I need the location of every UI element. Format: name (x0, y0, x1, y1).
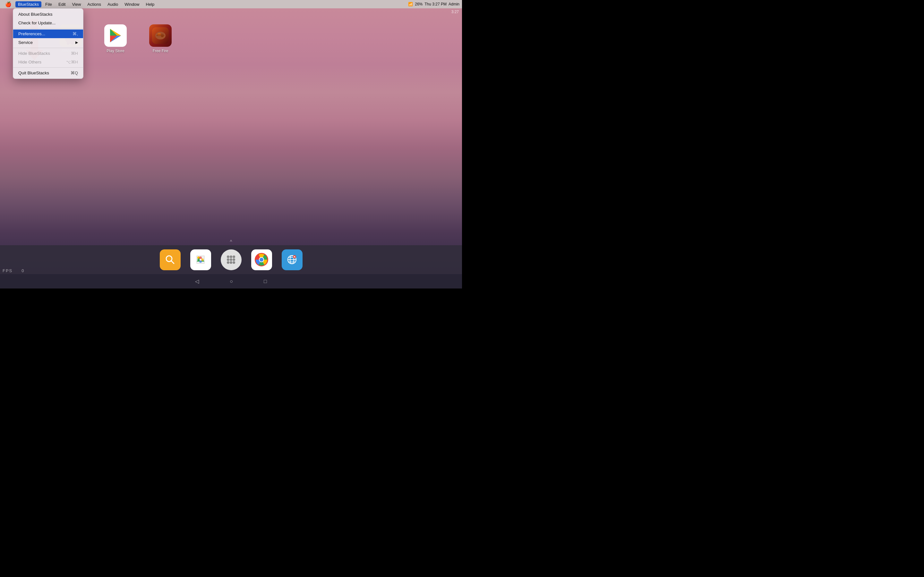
android-navbar: ◁ ○ □ (0, 274, 462, 288)
svg-point-29 (227, 258, 229, 261)
svg-point-24 (201, 258, 204, 261)
mac-menubar: 🍎 BlueStacks File Edit View Actions Audi… (0, 0, 462, 8)
file-menu[interactable]: File (43, 1, 55, 7)
taskbar-chevron[interactable]: ^ (230, 239, 232, 244)
play-store-label: Play Store (107, 49, 124, 53)
menu-about-label: About BlueStacks (18, 12, 53, 17)
svg-point-30 (230, 258, 232, 261)
svg-point-32 (227, 261, 229, 264)
view-menu[interactable]: View (69, 1, 83, 7)
svg-point-23 (197, 258, 200, 261)
fps-counter: FPS 0 (3, 268, 25, 273)
actions-menu[interactable]: Actions (85, 1, 103, 7)
nav-back-button[interactable]: ◁ (192, 276, 202, 287)
edit-menu[interactable]: Edit (56, 1, 68, 7)
menu-separator-3 (13, 67, 83, 68)
svg-point-21 (199, 256, 202, 259)
menu-check-update[interactable]: Check for Update... (13, 19, 83, 27)
desktop-timestamp: 3:27 (451, 10, 459, 14)
menu-quit-shortcut: ⌘Q (71, 71, 78, 75)
fps-label: FPS (3, 268, 13, 273)
svg-point-28 (233, 255, 235, 258)
free-fire-icon (149, 24, 172, 47)
menu-separator-2 (13, 48, 83, 48)
app-icon-free-fire[interactable]: Free Fire (148, 24, 173, 53)
play-store-icon (104, 24, 127, 47)
taskbar-app-photos[interactable] (190, 250, 211, 270)
window-menu[interactable]: Window (122, 1, 142, 7)
svg-point-47 (294, 256, 295, 258)
clock: Thu 3:27 PM (425, 2, 447, 6)
svg-point-34 (233, 261, 235, 264)
menu-preferences-label: Preferences... (18, 31, 45, 36)
svg-point-22 (199, 260, 202, 263)
nav-recents-button[interactable]: □ (261, 276, 270, 287)
user-label: Admin (449, 2, 459, 6)
apple-menu[interactable]: 🍎 (3, 1, 14, 7)
chrome-taskbar-icon (254, 253, 268, 267)
bluestacks-menu-dropdown: About BlueStacks Check for Update... Pre… (13, 8, 83, 79)
app-icon-play-store[interactable]: Play Store (103, 24, 128, 53)
battery-status: 26% (415, 2, 423, 6)
menu-services-label: Service (18, 40, 33, 45)
svg-point-31 (233, 258, 235, 261)
free-fire-label: Free Fire (153, 49, 168, 53)
svg-line-17 (171, 261, 174, 263)
taskbar-app-search[interactable] (160, 250, 181, 270)
menu-about[interactable]: About BlueStacks (13, 10, 83, 19)
svg-point-27 (230, 255, 232, 258)
menu-check-update-label: Check for Update... (18, 21, 55, 25)
audio-menu[interactable]: Audio (105, 1, 121, 7)
photos-taskbar-svg (194, 253, 208, 267)
menu-services-arrow: ▶ (75, 40, 78, 45)
play-store-svg (108, 28, 123, 43)
taskbar-app-browser[interactable] (282, 250, 302, 270)
fps-value: 0 (21, 268, 24, 273)
search-taskbar-icon (164, 254, 176, 266)
menu-hide-shortcut: ⌘H (71, 51, 78, 56)
menu-quit[interactable]: Quit BlueStacks ⌘Q (13, 69, 83, 77)
help-menu[interactable]: Help (144, 1, 157, 7)
menu-quit-label: Quit BlueStacks (18, 71, 49, 75)
android-taskbar (0, 245, 462, 274)
menu-hide-others: Hide Others ⌥⌘H (13, 58, 83, 66)
menubar-left: 🍎 BlueStacks File Edit View Actions Audi… (3, 1, 157, 7)
free-fire-svg (152, 27, 169, 44)
menubar-right: 📶 26% Thu 3:27 PM Admin (408, 2, 459, 6)
nav-home-button[interactable]: ○ (227, 276, 236, 287)
all-apps-icon (225, 253, 237, 266)
taskbar-app-all-apps[interactable] (221, 250, 242, 270)
menu-preferences-shortcut: ⌘, (73, 31, 78, 36)
menu-preferences[interactable]: Preferences... ⌘, (13, 29, 83, 38)
svg-point-33 (230, 261, 232, 264)
menu-services[interactable]: Service ▶ (13, 38, 83, 47)
taskbar-app-chrome[interactable] (251, 250, 272, 270)
menu-hide-label: Hide BlueStacks (18, 51, 50, 56)
wifi-icon: 📶 (408, 2, 413, 6)
bluestacks-menu[interactable]: BlueStacks (15, 1, 41, 7)
menu-hide: Hide BlueStacks ⌘H (13, 49, 83, 58)
menu-hide-others-shortcut: ⌥⌘H (66, 60, 78, 64)
browser-taskbar-icon (285, 253, 299, 266)
svg-point-38 (260, 258, 263, 261)
svg-point-25 (200, 259, 202, 261)
menu-separator-1 (13, 28, 83, 29)
menu-hide-others-label: Hide Others (18, 60, 41, 64)
svg-point-26 (227, 255, 229, 258)
